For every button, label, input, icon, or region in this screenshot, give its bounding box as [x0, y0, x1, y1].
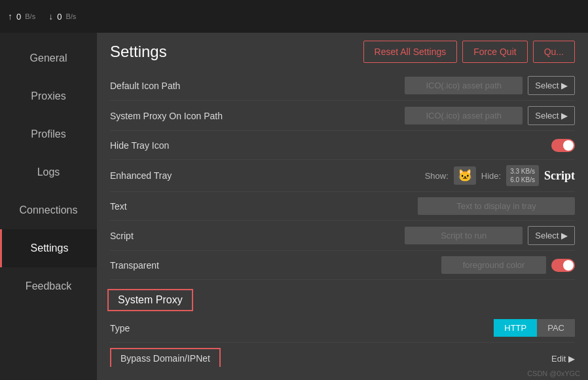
script-bold-label: Script: [544, 169, 575, 183]
system-proxy-icon-path-input[interactable]: [405, 107, 523, 124]
quit-button[interactable]: Qu...: [533, 41, 575, 63]
tray-icon-box: 🐱: [454, 166, 476, 185]
text-right: [418, 197, 575, 215]
settings-body: Default Icon Path Select ▶ System Proxy …: [97, 71, 588, 367]
bypass-right: Edit ▶: [551, 354, 575, 364]
sidebar-item-proxies[interactable]: Proxies: [0, 77, 97, 115]
text-label: Text: [110, 201, 127, 212]
tray-cat-icon: 🐱: [458, 168, 472, 183]
enhanced-tray-label: Enhanced Tray: [110, 170, 172, 181]
tray-speed-up: 3.3 KB/s: [510, 167, 535, 176]
sidebar-item-general[interactable]: General: [0, 39, 97, 77]
footer-text: CSDN @0xYGC: [527, 370, 580, 377]
upload-arrow: ↑: [8, 11, 12, 22]
default-icon-path-input[interactable]: [405, 77, 523, 94]
type-btn-group: HTTP PAC: [494, 319, 575, 337]
bypass-domain-row: Bypass Domain/IPNet Edit ▶: [110, 343, 575, 367]
transparent-right: [441, 256, 575, 274]
bypass-domain-label: Bypass Domain/IPNet: [120, 353, 210, 364]
text-display-input[interactable]: [418, 197, 575, 215]
system-proxy-section-header: System Proxy: [107, 289, 193, 311]
type-label: Type: [110, 323, 130, 333]
system-proxy-icon-path-right: Select ▶: [405, 106, 575, 125]
hide-tray-icon-label: Hide Tray Icon: [110, 140, 169, 151]
system-proxy-section-box: System Proxy: [107, 289, 193, 311]
toggle-knob: [563, 140, 574, 151]
sidebar-item-profiles[interactable]: Profiles: [0, 115, 97, 153]
script-select-button[interactable]: Select ▶: [528, 226, 575, 245]
system-proxy-icon-select-button[interactable]: Select ▶: [528, 106, 575, 125]
upload-speed: ↑ 0 B/s: [8, 11, 35, 22]
transparent-toggle[interactable]: [551, 259, 575, 272]
force-quit-button[interactable]: Force Quit: [462, 41, 527, 63]
main-layout: General Proxies Profiles Logs Connection…: [0, 33, 588, 380]
download-speed: ↓ 0 B/s: [48, 11, 76, 22]
hide-tray-icon-row: Hide Tray Icon: [110, 131, 575, 160]
enhanced-tray-row: Enhanced Tray Show: 🐱 Hide: 3.3 KB/s 6.0…: [110, 160, 575, 192]
sidebar-item-settings[interactable]: Settings: [0, 229, 97, 267]
enhanced-tray-right: Show: 🐱 Hide: 3.3 KB/s 6.0 KB/s Script: [425, 165, 575, 186]
default-icon-path-right: Select ▶: [405, 76, 575, 95]
reset-all-settings-button[interactable]: Reset All Settings: [363, 41, 458, 63]
default-icon-path-label: Default Icon Path: [110, 81, 180, 91]
sidebar-item-feedback[interactable]: Feedback: [0, 267, 97, 305]
footer: CSDN @0xYGC: [97, 367, 588, 380]
sidebar-item-logs[interactable]: Logs: [0, 153, 97, 191]
type-http-button[interactable]: HTTP: [494, 319, 537, 337]
foreground-color-input[interactable]: [441, 256, 546, 274]
page-title: Settings: [110, 43, 167, 61]
transparent-toggle-knob: [563, 260, 574, 271]
sidebar-item-connections[interactable]: Connections: [0, 191, 97, 229]
transparent-row: Transparent: [110, 251, 575, 280]
system-proxy-section-label: System Proxy: [118, 294, 183, 305]
script-input[interactable]: [405, 227, 523, 244]
type-row: Type HTTP PAC: [110, 314, 575, 343]
hide-tray-icon-right: [551, 139, 575, 152]
download-arrow: ↓: [48, 11, 53, 22]
text-row: Text: [110, 192, 575, 221]
script-row: Script Select ▶: [110, 221, 575, 251]
hide-label: Hide:: [481, 171, 501, 181]
default-icon-select-button[interactable]: Select ▶: [528, 76, 575, 95]
upload-unit: B/s: [25, 12, 35, 20]
show-label: Show:: [425, 171, 449, 181]
upload-value: 0: [16, 12, 21, 22]
tray-speed-box: 3.3 KB/s 6.0 KB/s: [506, 165, 539, 186]
system-proxy-icon-path-label: System Proxy On Icon Path: [110, 111, 223, 121]
default-icon-path-row: Default Icon Path Select ▶: [110, 71, 575, 101]
transparent-label: Transparent: [110, 260, 159, 271]
tray-speed-down: 6.0 KB/s: [510, 176, 535, 184]
sidebar: General Proxies Profiles Logs Connection…: [0, 33, 97, 380]
top-bar: ↑ 0 B/s ↓ 0 B/s: [0, 0, 588, 33]
bypass-domain-box: Bypass Domain/IPNet: [110, 348, 221, 367]
system-proxy-icon-path-row: System Proxy On Icon Path Select ▶: [110, 101, 575, 131]
content-area: Settings Reset All Settings Force Quit Q…: [97, 33, 588, 380]
script-right: Select ▶: [405, 226, 575, 245]
download-value: 0: [57, 12, 62, 22]
bypass-edit-button[interactable]: Edit ▶: [551, 354, 575, 364]
script-label: Script: [110, 231, 134, 241]
content-header: Settings Reset All Settings Force Quit Q…: [97, 33, 588, 71]
header-buttons: Reset All Settings Force Quit Qu...: [363, 41, 575, 63]
type-pac-button[interactable]: PAC: [537, 319, 575, 337]
hide-tray-toggle[interactable]: [551, 139, 575, 152]
type-right: HTTP PAC: [494, 319, 575, 337]
download-unit: B/s: [65, 12, 76, 20]
